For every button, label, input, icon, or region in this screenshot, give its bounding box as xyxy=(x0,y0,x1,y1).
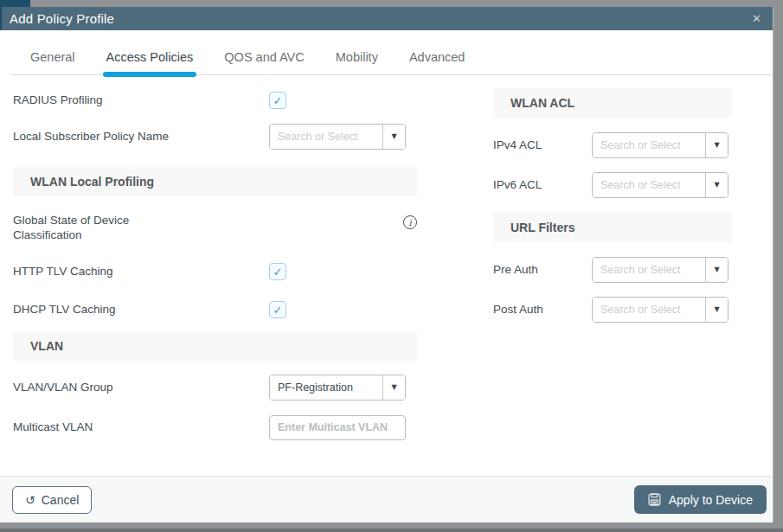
right-column: WLAN ACL IPv4 ACL ▼ IPv6 ACL ▼ xyxy=(493,75,732,476)
local-subscriber-input[interactable] xyxy=(270,125,382,149)
background-page-accent xyxy=(0,0,30,7)
dialog-footer: ↺ Cancel Apply to Device xyxy=(0,476,773,522)
local-subscriber-label: Local Subscriber Policy Name xyxy=(13,130,269,144)
checkmark-icon: ✓ xyxy=(273,95,283,106)
left-column: RADIUS Profiling ✓ Local Subscriber Poli… xyxy=(13,75,417,476)
tab-bar: General Access Policies QOS and AVC Mobi… xyxy=(0,30,773,75)
pre-auth-input[interactable] xyxy=(593,258,705,282)
tab-qos-and-avc[interactable]: QOS and AVC xyxy=(224,42,304,74)
tab-access-policies[interactable]: Access Policies xyxy=(106,42,194,74)
ipv6-acl-input[interactable] xyxy=(593,173,705,197)
dialog-titlebar: Add Policy Profile ✕ xyxy=(0,7,773,30)
tab-advanced[interactable]: Advanced xyxy=(409,42,465,74)
ipv6-acl-label: IPv6 ACL xyxy=(493,178,592,193)
pre-auth-dropdown-button[interactable]: ▼ xyxy=(705,258,728,282)
dhcp-tlv-label: DHCP TLV Caching xyxy=(13,303,269,317)
tab-content-access-policies: RADIUS Profiling ✓ Local Subscriber Poli… xyxy=(0,75,773,476)
local-subscriber-row: Local Subscriber Policy Name ▼ xyxy=(13,124,417,150)
multicast-vlan-input[interactable] xyxy=(269,415,406,440)
info-icon[interactable]: i xyxy=(403,215,417,229)
http-tlv-checkbox[interactable]: ✓ xyxy=(269,263,286,280)
vlan-group-dropdown-button[interactable]: ▼ xyxy=(382,375,405,400)
global-state-row: Global State of Device Classification i xyxy=(13,214,417,243)
ipv4-acl-input[interactable] xyxy=(593,133,705,157)
post-auth-row: Post Auth ▼ xyxy=(493,297,732,323)
multicast-vlan-row: Multicast VLAN xyxy=(13,414,417,440)
tab-general[interactable]: General xyxy=(30,42,75,74)
save-icon xyxy=(648,493,661,506)
url-filters-section-header: URL Filters xyxy=(493,213,732,242)
ipv6-acl-row: IPv6 ACL ▼ xyxy=(493,172,732,198)
ipv6-acl-combobox: ▼ xyxy=(592,172,728,198)
wlan-local-profiling-header: WLAN Local Profiling xyxy=(13,167,417,196)
background-scrollbar-strip xyxy=(773,7,773,522)
pre-auth-row: Pre Auth ▼ xyxy=(493,257,732,283)
radius-profiling-label: RADIUS Profiling xyxy=(13,93,269,108)
add-policy-profile-dialog: Add Policy Profile ✕ General Access Poli… xyxy=(0,7,773,522)
local-subscriber-dropdown-button[interactable]: ▼ xyxy=(382,125,405,149)
tab-mobility[interactable]: Mobility xyxy=(336,42,378,74)
global-state-label: Global State of Device Classification xyxy=(13,214,164,243)
close-icon[interactable]: ✕ xyxy=(752,13,761,24)
chevron-down-icon: ▼ xyxy=(714,266,719,273)
ipv4-acl-combobox: ▼ xyxy=(592,132,728,158)
ipv4-acl-row: IPv4 ACL ▼ xyxy=(493,132,732,158)
http-tlv-row: HTTP TLV Caching ✓ xyxy=(13,259,417,285)
chevron-down-icon: ▼ xyxy=(714,182,719,189)
post-auth-input[interactable] xyxy=(593,298,705,322)
vlan-group-label: VLAN/VLAN Group xyxy=(13,381,269,395)
multicast-vlan-label: Multicast VLAN xyxy=(13,420,269,435)
apply-to-device-button[interactable]: Apply to Device xyxy=(634,485,767,514)
background-bottom-edge xyxy=(0,529,783,532)
chevron-down-icon: ▼ xyxy=(714,306,719,313)
chevron-down-icon: ▼ xyxy=(391,384,396,391)
ipv4-acl-dropdown-button[interactable]: ▼ xyxy=(705,133,728,157)
post-auth-combobox: ▼ xyxy=(592,297,728,323)
radius-profiling-checkbox[interactable]: ✓ xyxy=(269,92,286,109)
vlan-section-header: VLAN xyxy=(13,331,417,361)
vlan-group-row: VLAN/VLAN Group ▼ xyxy=(13,375,417,401)
background-page-accent-left xyxy=(0,7,2,30)
pre-auth-label: Pre Auth xyxy=(493,263,592,278)
cancel-button[interactable]: ↺ Cancel xyxy=(12,486,92,514)
dhcp-tlv-checkbox[interactable]: ✓ xyxy=(269,301,286,318)
wlan-acl-section-header: WLAN ACL xyxy=(493,88,732,118)
dialog-title: Add Policy Profile xyxy=(10,11,114,26)
undo-icon: ↺ xyxy=(25,494,35,506)
chevron-down-icon: ▼ xyxy=(391,133,396,140)
vlan-group-input[interactable] xyxy=(270,375,382,400)
cancel-button-label: Cancel xyxy=(42,493,80,507)
local-subscriber-combobox: ▼ xyxy=(269,124,406,150)
post-auth-dropdown-button[interactable]: ▼ xyxy=(705,298,728,322)
chevron-down-icon: ▼ xyxy=(714,142,719,149)
pre-auth-combobox: ▼ xyxy=(592,257,728,283)
dhcp-tlv-row: DHCP TLV Caching ✓ xyxy=(13,297,417,323)
ipv4-acl-label: IPv4 ACL xyxy=(493,138,592,153)
post-auth-label: Post Auth xyxy=(493,303,592,317)
http-tlv-label: HTTP TLV Caching xyxy=(13,265,269,279)
apply-button-label: Apply to Device xyxy=(669,493,753,507)
checkmark-icon: ✓ xyxy=(273,304,283,316)
vlan-group-combobox: ▼ xyxy=(269,375,406,401)
radius-profiling-row: RADIUS Profiling ✓ xyxy=(13,87,417,113)
ipv6-acl-dropdown-button[interactable]: ▼ xyxy=(705,173,728,197)
checkmark-icon: ✓ xyxy=(273,266,283,278)
